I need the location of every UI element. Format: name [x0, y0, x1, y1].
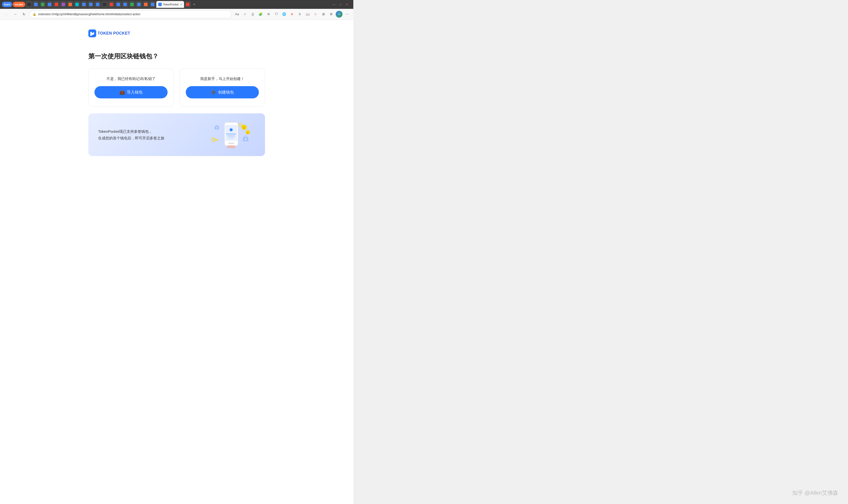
tab-11[interactable]	[88, 1, 94, 8]
more-button[interactable]: ⋯	[344, 11, 350, 18]
collections-button[interactable]: ⊞	[320, 11, 327, 18]
tab-12[interactable]	[94, 1, 101, 8]
tab-mcake-label: mcake	[15, 3, 23, 6]
svg-rect-8	[228, 143, 234, 144]
extensions-button[interactable]: 🧩	[257, 11, 264, 18]
tab-13[interactable]	[101, 1, 108, 8]
import-card-subtitle: 不是，我已经有助记词/私钥了	[107, 76, 155, 81]
svg-point-18	[212, 138, 215, 141]
svg-text:$: $	[243, 126, 245, 129]
shield-button[interactable]: 🛡	[273, 11, 280, 18]
address-text: extension://mfgccjchihfkkindfppnaooecgfn…	[38, 13, 229, 16]
multi-sig-illustration: $ $	[209, 121, 253, 148]
new-tab-button[interactable]: +	[192, 1, 197, 7]
multi-sig-banner[interactable]: TokenPocket现已支持多签钱包， 生成您的首个钱包后，即可开启多签之旅	[88, 113, 265, 156]
import-wallet-button[interactable]: 💼 导入钱包	[94, 86, 167, 98]
tab-10[interactable]	[81, 1, 87, 8]
banner-illustration: $ $	[206, 121, 255, 148]
forward-button[interactable]: →	[12, 11, 19, 18]
page-title: 第一次使用区块链钱包？	[88, 52, 265, 60]
tp-logo-icon	[88, 30, 96, 37]
ext-r2-button[interactable]: R	[296, 11, 303, 18]
tab-4[interactable]	[39, 1, 46, 8]
create-wallet-label: 创建钱包	[218, 90, 234, 95]
tab-extra1[interactable]	[184, 1, 191, 8]
ext-red-button[interactable]: R	[289, 11, 295, 18]
settings-button[interactable]: ⚙	[328, 11, 335, 18]
tab-learn[interactable]: learn	[2, 2, 12, 7]
svg-rect-5	[226, 133, 236, 134]
tab-9[interactable]	[74, 1, 80, 8]
tab-5[interactable]	[47, 1, 53, 8]
tab-tokenpocket[interactable]: TokenPocket ✕	[156, 1, 184, 8]
tab-8[interactable]	[67, 1, 73, 8]
reader-mode-button[interactable]: Aa	[234, 11, 240, 18]
create-card-subtitle: 我是新手，马上开始创建！	[200, 76, 245, 81]
bookmark-star-button[interactable]: ☆	[241, 11, 248, 18]
svg-rect-6	[227, 136, 235, 137]
banner-text: TokenPocket现已支持多签钱包， 生成您的首个钱包后，即可开启多签之旅	[98, 128, 164, 141]
translate-button[interactable]: 🌐	[281, 11, 288, 18]
svg-rect-7	[228, 138, 234, 138]
create-wallet-icon: ➕	[211, 90, 216, 95]
svg-point-15	[216, 127, 217, 128]
card-row: 不是，我已经有助记词/私钥了 💼 导入钱包 我是新手，马上开始创建！ ➕ 创建钱…	[88, 69, 265, 107]
import-wallet-label: 导入钱包	[127, 90, 143, 95]
tab-18[interactable]	[136, 1, 142, 8]
tab-2[interactable]	[26, 1, 32, 8]
reload-button[interactable]: ↻	[21, 11, 28, 18]
tab-14[interactable]	[108, 1, 114, 8]
close-button[interactable]: ✕	[344, 2, 349, 7]
minimize-button[interactable]: —	[331, 2, 337, 6]
profile-avatar-button[interactable]: U	[336, 11, 343, 18]
create-wallet-card[interactable]: 我是新手，马上开始创建！ ➕ 创建钱包	[180, 69, 265, 107]
tab-bar: learn mcake TokenPocket ✕	[0, 0, 353, 9]
tab-learn-label: learn	[4, 3, 10, 6]
tab-7[interactable]	[60, 1, 67, 8]
favorites-button[interactable]: ☆	[312, 11, 319, 18]
tab-16[interactable]	[122, 1, 128, 8]
browser-chrome: learn mcake TokenPocket ✕	[0, 0, 353, 20]
tab-19[interactable]	[143, 1, 149, 8]
svg-point-22	[239, 123, 242, 126]
devtools-button[interactable]: {}	[249, 11, 256, 18]
tab-20[interactable]	[149, 1, 156, 8]
toolbar-icons: Aa ☆ {} 🧩 ⊞ 🛡 🌐 R R 📖 ☆ ⊞ ⚙ U ⋯	[234, 11, 350, 18]
tab-15[interactable]	[115, 1, 122, 8]
container: TOKEN POCKET 第一次使用区块链钱包？ 不是，我已经有助记词/私钥了 …	[84, 30, 270, 156]
import-wallet-card[interactable]: 不是，我已经有助记词/私钥了 💼 导入钱包	[88, 69, 174, 107]
tab-3[interactable]	[33, 1, 39, 8]
tab-tokenpocket-label: TokenPocket	[163, 3, 179, 6]
tab-17[interactable]	[129, 1, 135, 8]
logo-area: TOKEN POCKET	[88, 30, 265, 37]
page-content: TOKEN POCKET 第一次使用区块链钱包？ 不是，我已经有助记词/私钥了 …	[0, 20, 353, 504]
svg-rect-2	[225, 125, 237, 141]
tab-mcake[interactable]: mcake	[13, 2, 25, 7]
address-bar[interactable]: 🔒 extension://mfgccjchihfkkindfppnaooecg…	[30, 10, 232, 18]
window-controls: — □ ✕	[331, 2, 351, 7]
tp-logo-text: TOKEN POCKET	[98, 31, 130, 36]
svg-point-4	[230, 129, 232, 131]
svg-point-17	[245, 139, 246, 140]
toolbar: ← → ↻ 🔒 extension://mfgccjchihfkkindfppn…	[0, 9, 353, 20]
maximize-button[interactable]: □	[338, 2, 343, 6]
import-wallet-icon: 💼	[120, 90, 125, 95]
ext-btn-2[interactable]: ⊞	[265, 11, 272, 18]
tab-tokenpocket-favicon	[158, 3, 162, 6]
security-icon: 🔒	[33, 13, 36, 16]
svg-text:$: $	[247, 132, 248, 134]
tab-6[interactable]	[53, 1, 60, 8]
tp-logo: TOKEN POCKET	[88, 30, 130, 37]
reader-view-button[interactable]: 📖	[304, 11, 311, 18]
tab-close-icon[interactable]: ✕	[180, 3, 182, 6]
create-wallet-button[interactable]: ➕ 创建钱包	[186, 86, 259, 98]
back-button[interactable]: ←	[3, 11, 10, 18]
